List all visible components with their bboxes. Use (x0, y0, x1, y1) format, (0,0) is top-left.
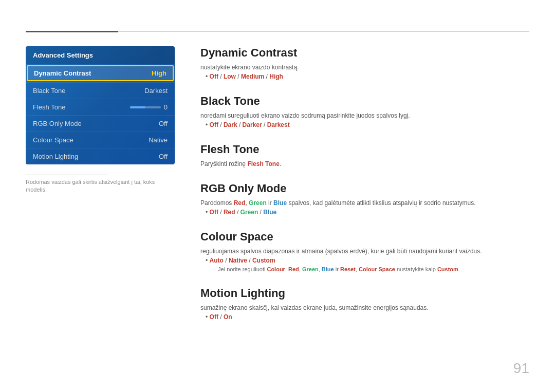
menu-item-rgb-only-mode[interactable]: RGB Only Mode Off (26, 115, 175, 132)
menu-value-dynamic-contrast: High (152, 69, 166, 77)
section-black-tone: Black Tone norėdami sureguliuoti ekrano … (200, 95, 529, 128)
menu-value-colour-space: Native (149, 136, 168, 144)
menu-value-rgb-only-mode: Off (159, 120, 168, 127)
menu-label-colour-space: Colour Space (33, 136, 73, 144)
section-colour-space: Colour Space reguliuojamas spalvos diapa… (200, 230, 529, 272)
section-title-dynamic-contrast: Dynamic Contrast (200, 46, 529, 60)
section-desc-black-tone: norėdami sureguliuoti ekrano vaizdo sodr… (200, 112, 529, 119)
advanced-settings-box: Advanced Settings Dynamic Contrast High … (26, 46, 175, 164)
menu-value-black-tone: Darkest (144, 87, 168, 95)
box-header: Advanced Settings (26, 46, 175, 64)
bullet-motion-lighting: Off / On (200, 313, 529, 321)
menu-value-motion-lighting: Off (159, 153, 168, 160)
panel-note-text: Rodomas vaizdas gali skirtis atsižvelgia… (26, 179, 155, 193)
section-desc-flesh-tone: Paryškinti rožinę Flesh Tone. (200, 160, 529, 167)
slider-track (130, 106, 161, 108)
section-title-motion-lighting: Motion Lighting (200, 287, 529, 300)
slider-fill (130, 106, 145, 108)
top-line-light (118, 31, 529, 32)
menu-item-dynamic-contrast[interactable]: Dynamic Contrast High (27, 65, 174, 81)
section-title-colour-space: Colour Space (200, 230, 529, 244)
menu-item-colour-space[interactable]: Colour Space Native (26, 132, 175, 148)
menu-label-black-tone: Black Tone (33, 87, 65, 95)
opt-off: Off (210, 73, 218, 80)
menu-value-flesh-tone: 0 (164, 103, 168, 111)
bullet-black-tone: Off / Dark / Darker / Darkest (200, 121, 529, 128)
menu-label-rgb-only-mode: RGB Only Mode (33, 120, 82, 127)
top-decorative-lines (26, 31, 529, 32)
section-rgb-only-mode: RGB Only Mode Parodomos Red, Green ir Bl… (200, 182, 529, 216)
section-title-rgb-only-mode: RGB Only Mode (200, 182, 529, 195)
section-desc-colour-space: reguliuojamas spalvos diapazonas ir atma… (200, 248, 529, 255)
menu-item-flesh-tone[interactable]: Flesh Tone 0 (26, 99, 175, 115)
sub-note-colour-space: Jei norite reguliuoti Colour, Red, Green… (200, 266, 529, 272)
bullet-dynamic-contrast: Off / Low / Medium / High (200, 73, 529, 80)
section-motion-lighting: Motion Lighting sumažinę ekrano skaisčį,… (200, 287, 529, 321)
section-desc-rgb-only-mode: Parodomos Red, Green ir Blue spalvos, ka… (200, 199, 529, 207)
section-flesh-tone: Flesh Tone Paryškinti rožinę Flesh Tone. (200, 143, 529, 167)
menu-label-motion-lighting: Motion Lighting (33, 153, 78, 160)
flesh-tone-slider-container: 0 (130, 103, 168, 111)
section-title-flesh-tone: Flesh Tone (200, 143, 529, 156)
top-line-dark (26, 31, 118, 32)
menu-label-dynamic-contrast: Dynamic Contrast (34, 69, 91, 77)
section-desc-dynamic-contrast: nustatykite ekrano vaizdo kontrastą. (200, 64, 529, 71)
bullet-rgb-only-mode: Off / Red / Green / Blue (200, 209, 529, 216)
menu-item-black-tone[interactable]: Black Tone Darkest (26, 82, 175, 99)
left-panel: Advanced Settings Dynamic Contrast High … (26, 46, 175, 194)
menu-item-motion-lighting[interactable]: Motion Lighting Off (26, 148, 175, 164)
panel-note: Rodomas vaizdas gali skirtis atsižvelgia… (26, 175, 175, 194)
section-dynamic-contrast: Dynamic Contrast nustatykite ekrano vaiz… (200, 46, 529, 80)
right-content: Dynamic Contrast nustatykite ekrano vaiz… (200, 46, 529, 335)
menu-label-flesh-tone: Flesh Tone (33, 103, 65, 111)
page-number: 91 (513, 360, 529, 377)
section-desc-motion-lighting: sumažinę ekrano skaisčį, kai vaizdas ekr… (200, 304, 529, 311)
section-title-black-tone: Black Tone (200, 95, 529, 108)
bullet-colour-space: Auto / Native / Custom (200, 257, 529, 264)
panel-note-divider (26, 175, 108, 175)
